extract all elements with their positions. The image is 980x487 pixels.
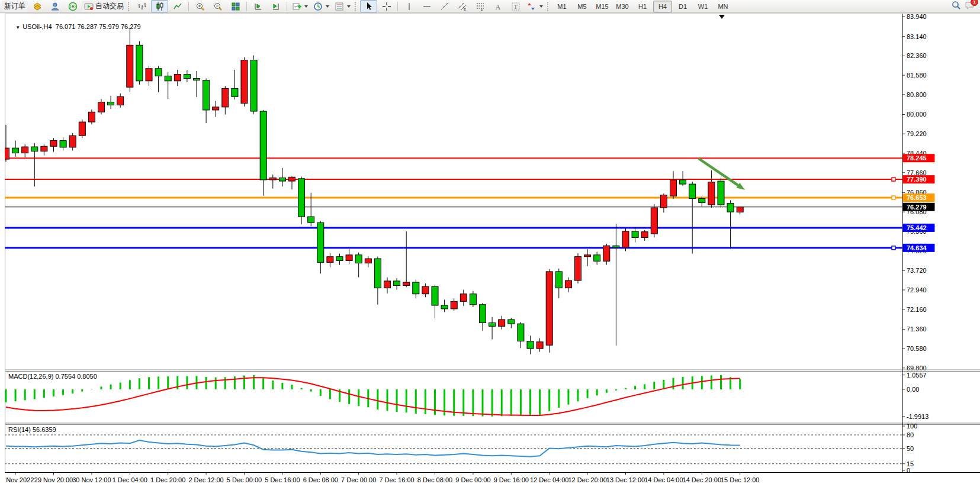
svg-text:5 Dec 00:00: 5 Dec 00:00: [227, 476, 262, 483]
zoom-out-icon[interactable]: [209, 0, 226, 12]
candle-up: [88, 112, 95, 122]
horizontal-line-tool-icon[interactable]: [418, 0, 435, 12]
timeframe-button-m1[interactable]: M1: [552, 1, 571, 12]
svg-text:2 Dec 12:00: 2 Dec 12:00: [188, 476, 223, 483]
timeframe-button-m15[interactable]: M15: [593, 1, 612, 12]
templates-icon[interactable]: [332, 0, 353, 12]
candle-down: [136, 45, 143, 80]
svg-text:80: 80: [907, 431, 914, 438]
candle-down: [470, 294, 476, 305]
notifications-icon[interactable]: 1: [965, 1, 975, 12]
svg-text:100: 100: [907, 423, 917, 430]
candle-up: [69, 136, 76, 147]
svg-text:1.0557: 1.0557: [907, 372, 927, 379]
candle-up: [41, 146, 47, 151]
tile-windows-icon[interactable]: [227, 0, 244, 12]
candle-up: [565, 280, 571, 288]
svg-text:0: 0: [907, 467, 910, 474]
candle-down: [518, 324, 524, 341]
candle-up: [651, 208, 657, 234]
auto-scroll-icon[interactable]: [249, 0, 266, 12]
candlestick-chart-icon[interactable]: [151, 0, 168, 12]
level-marker: [892, 246, 895, 250]
timeframe-button-h1[interactable]: H1: [633, 1, 652, 12]
candle-up: [213, 107, 219, 110]
line-chart-icon[interactable]: [169, 0, 186, 12]
candle-down: [165, 76, 171, 80]
svg-text:50: 50: [907, 445, 914, 452]
candle-down: [718, 181, 724, 205]
candle-up: [660, 195, 667, 208]
svg-text:78.245: 78.245: [907, 154, 927, 162]
candle-up: [5, 148, 9, 159]
candle-up: [584, 255, 591, 257]
svg-text:F: F: [481, 8, 483, 11]
crosshair-icon[interactable]: [378, 0, 395, 12]
candle-down: [60, 141, 66, 147]
new-order-button[interactable]: 新订单: [2, 1, 28, 12]
svg-text:9 Dec 00:00: 9 Dec 00:00: [455, 476, 490, 483]
svg-text:76.279: 76.279: [907, 204, 927, 211]
text-tool-icon[interactable]: A: [489, 0, 506, 12]
svg-text:-1.9913: -1.9913: [907, 413, 928, 420]
add-indicator-icon[interactable]: [290, 0, 310, 12]
candle-up: [460, 294, 467, 302]
svg-text:69.800: 69.800: [907, 365, 927, 372]
zoom-in-icon[interactable]: [191, 0, 208, 12]
candle-up: [117, 96, 124, 105]
candle-down: [555, 272, 562, 288]
timeframe-button-h4[interactable]: H4: [653, 1, 672, 12]
timeframe-button-m30[interactable]: M30: [613, 1, 632, 12]
svg-text:73.720: 73.720: [907, 267, 927, 274]
main-toolbar: 新订单 自动交易: [0, 0, 980, 13]
search-icon[interactable]: [952, 1, 961, 12]
svg-text:29 Nov 2022: 29 Nov 2022: [5, 476, 34, 483]
channel-tool-icon[interactable]: E: [454, 0, 471, 12]
candle-down: [699, 198, 705, 202]
svg-text:79.220: 79.220: [907, 130, 927, 137]
toolbar-separator: [287, 2, 287, 11]
svg-text:29 Nov 20:00: 29 Nov 20:00: [34, 476, 73, 483]
funds-icon[interactable]: [28, 0, 46, 12]
svg-text:7 Dec 16:00: 7 Dec 16:00: [379, 476, 414, 483]
svg-text:82.360: 82.360: [907, 52, 927, 59]
candle-down: [489, 322, 496, 326]
candle-down: [12, 148, 19, 153]
chart-canvas[interactable]: 83.94083.14082.36081.58080.80080.00079.2…: [5, 14, 980, 487]
candle-down: [508, 320, 515, 324]
cursor-icon[interactable]: [360, 0, 377, 12]
signals-icon[interactable]: [64, 0, 81, 12]
svg-text:13 Dec 12:00: 13 Dec 12:00: [606, 476, 645, 483]
label-tool-icon[interactable]: T: [507, 0, 524, 12]
svg-text:74.634: 74.634: [907, 244, 927, 251]
timeframe-button-d1[interactable]: D1: [673, 1, 692, 12]
candle-down: [250, 60, 257, 112]
timeframe-button-m5[interactable]: M5: [573, 1, 592, 12]
timeframe-button-w1[interactable]: W1: [693, 1, 712, 12]
fibonacci-tool-icon[interactable]: F: [471, 0, 489, 12]
autotrade-button[interactable]: 自动交易: [82, 1, 126, 12]
candle-down: [632, 231, 638, 238]
candle-down: [374, 259, 381, 288]
candle-up: [451, 301, 457, 309]
svg-text:0.00: 0.00: [907, 386, 919, 393]
timeframe-button-mn[interactable]: MN: [714, 1, 732, 12]
bar-chart-icon[interactable]: [133, 0, 150, 12]
vertical-line-tool-icon[interactable]: [400, 0, 417, 12]
profile-icon[interactable]: [46, 0, 63, 12]
candle-down: [680, 180, 686, 184]
toolbar-separator: [397, 2, 398, 11]
candle-down: [203, 80, 210, 110]
candle-down: [298, 179, 305, 217]
dropdown-caret: [304, 5, 308, 8]
trendline-tool-icon[interactable]: [436, 0, 453, 12]
svg-text:80.800: 80.800: [907, 91, 927, 98]
candle-down: [317, 222, 324, 262]
chart-shift-icon[interactable]: [267, 0, 284, 12]
periodicity-icon[interactable]: [311, 0, 332, 12]
svg-text:77.390: 77.390: [907, 176, 927, 183]
arrow-objects-icon[interactable]: [525, 0, 545, 12]
candle-down: [355, 255, 362, 263]
candle-up: [174, 74, 181, 80]
candle-down: [336, 257, 343, 261]
